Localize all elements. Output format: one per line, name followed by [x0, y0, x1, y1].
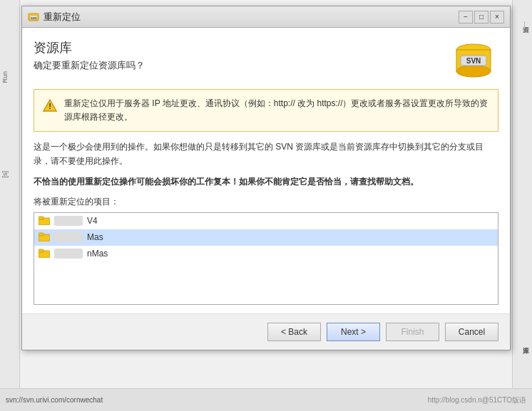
- window-title: 重新定位: [44, 11, 81, 24]
- info-text-1: 这是一个极少会使用到的操作。如果你想做的只是转移到其它的 SVN 资源库或是当前…: [34, 140, 498, 167]
- warning-text: 重新定位仅用于服务器 IP 地址更改、通讯协议（例如：http:// 改为 ht…: [64, 97, 489, 124]
- svg-text:SVN: SVN: [31, 16, 36, 20]
- next-button[interactable]: Next >: [327, 323, 380, 341]
- left-panel-label: Run: [1, 71, 9, 83]
- folder-icon: [39, 248, 50, 260]
- dialog-window: SVN 重新定位 − □ × 资源库 确定要重新定位资源库吗？: [21, 6, 511, 350]
- cancel-button[interactable]: Cancel: [445, 323, 498, 341]
- svg-text:SVN: SVN: [466, 57, 481, 65]
- folder-icon: [39, 231, 50, 244]
- svn-large-icon: SVN: [452, 41, 495, 80]
- title-bar: SVN 重新定位 − □ ×: [22, 6, 510, 28]
- header-icon-area: SVN: [449, 39, 498, 82]
- item-icon-placeholder: [54, 249, 83, 259]
- svg-rect-11: [39, 217, 44, 219]
- bottom-bar: svn://svn.urivi.com/cornwechat http://bl…: [0, 388, 532, 411]
- info-text-2: 不恰当的使用重新定位操作可能会损坏你的工作复本！如果你不能肯定它是否恰当，请查找…: [34, 175, 498, 189]
- warning-icon: !: [43, 98, 57, 113]
- item-name: Mas: [87, 232, 103, 242]
- bottom-label: http://blog.csdn.n@51CTO版语: [428, 395, 526, 405]
- list-item[interactable]: V4: [34, 213, 498, 229]
- left-panel-label2: [s]: [1, 171, 9, 178]
- title-buttons: − □ ×: [459, 11, 504, 24]
- svg-rect-15: [39, 249, 44, 252]
- header-left: 资源库 确定要重新定位资源库吗？: [34, 39, 449, 72]
- back-button[interactable]: < Back: [267, 323, 321, 341]
- item-icon-placeholder: [54, 216, 83, 226]
- svg-text:!: !: [48, 102, 51, 110]
- left-side-panel: Run [s]: [0, 0, 20, 411]
- folder-icon: [39, 215, 50, 227]
- section-subtitle: 确定要重新定位资源库吗？: [34, 59, 449, 72]
- warning-box: ! 重新定位仅用于服务器 IP 地址更改、通讯协议（例如：http:// 改为 …: [34, 89, 498, 132]
- dialog-body: 资源库 确定要重新定位资源库吗？ SVN: [22, 28, 510, 313]
- button-row: < Back Next > Finish Cancel: [22, 313, 510, 350]
- header-section: 资源库 确定要重新定位资源库吗？ SVN: [34, 39, 498, 82]
- right-panel-top: 资源...: [521, 21, 531, 27]
- list-item[interactable]: Mas: [34, 229, 498, 246]
- item-name: nMas: [87, 249, 108, 259]
- title-svn-icon: SVN: [28, 11, 39, 23]
- list-item[interactable]: nMas: [34, 246, 498, 262]
- items-section: 将被重新定位的项目： V4 Mas nMas: [34, 196, 498, 305]
- close-button[interactable]: ×: [490, 11, 504, 24]
- section-title: 资源库: [34, 39, 449, 56]
- item-name: V4: [87, 216, 98, 226]
- svg-point-5: [456, 66, 491, 77]
- maximize-button[interactable]: □: [474, 11, 488, 24]
- item-icon-placeholder: [54, 232, 83, 242]
- finish-button[interactable]: Finish: [386, 323, 439, 341]
- title-bar-left: SVN 重新定位: [28, 11, 81, 24]
- bottom-url: svn://svn.urivi.com/cornwechat: [6, 396, 103, 404]
- items-label: 将被重新定位的项目：: [34, 196, 498, 208]
- right-side-panel: 资源... 资源库: [512, 0, 532, 411]
- svg-rect-13: [39, 233, 44, 236]
- items-list[interactable]: V4 Mas nMas: [34, 212, 498, 305]
- minimize-button[interactable]: −: [459, 11, 473, 24]
